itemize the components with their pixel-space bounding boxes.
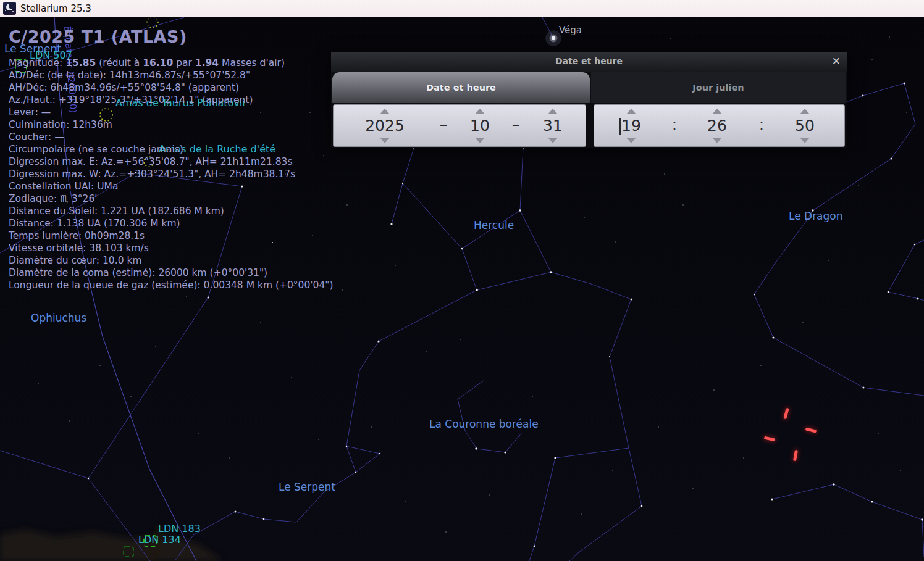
star[interactable]	[631, 299, 632, 301]
sky-label[interactable]: Amas de Taurus Poniatovii	[116, 97, 245, 109]
star[interactable]	[900, 470, 901, 471]
star[interactable]	[309, 112, 311, 113]
star[interactable]	[670, 38, 671, 39]
star[interactable]	[323, 155, 324, 156]
star[interactable]	[641, 505, 643, 507]
sky-label[interactable]: Ophiuchus	[31, 312, 86, 324]
dialog-header[interactable]: Date et heure ✕	[331, 52, 847, 72]
star[interactable]	[615, 241, 616, 243]
star[interactable]	[186, 296, 187, 297]
hour-down-arrow[interactable]	[626, 138, 636, 143]
star[interactable]	[658, 426, 659, 428]
star[interactable]	[504, 451, 506, 453]
month-up-arrow[interactable]	[475, 109, 485, 114]
star[interactable]	[263, 518, 265, 520]
star[interactable]	[346, 446, 348, 447]
star[interactable]	[402, 183, 403, 184]
star[interactable]	[872, 59, 873, 60]
star[interactable]	[135, 172, 137, 174]
sky-label[interactable]: LDN 183	[158, 523, 201, 534]
star[interactable]	[272, 242, 273, 243]
star[interactable]	[235, 511, 237, 513]
star[interactable]	[872, 501, 873, 503]
star[interactable]	[554, 457, 556, 459]
year-down-arrow[interactable]	[380, 138, 390, 143]
star[interactable]	[519, 209, 521, 212]
sky-label[interactable]: Hercule	[474, 219, 514, 231]
star[interactable]	[155, 346, 156, 347]
close-icon[interactable]: ✕	[832, 55, 841, 67]
star[interactable]	[772, 336, 774, 338]
day-down-arrow[interactable]	[548, 138, 558, 143]
star[interactable]	[550, 271, 552, 273]
second-up-arrow[interactable]	[800, 109, 810, 114]
star[interactable]	[889, 36, 890, 38]
star[interactable]	[612, 470, 613, 471]
month-down-arrow[interactable]	[475, 138, 485, 143]
star[interactable]	[130, 396, 132, 397]
hour-up-arrow[interactable]	[626, 109, 636, 114]
star[interactable]	[534, 546, 536, 547]
star[interactable]	[802, 322, 804, 323]
star[interactable]	[609, 356, 610, 357]
star[interactable]	[713, 389, 715, 391]
nebula-marker-icon[interactable]	[15, 60, 27, 72]
star[interactable]	[445, 531, 447, 533]
star[interactable]	[863, 387, 865, 389]
star[interactable]	[291, 377, 292, 378]
star[interactable]	[917, 297, 918, 299]
minute-down-arrow[interactable]	[712, 138, 722, 143]
day-value[interactable]: 31	[543, 117, 563, 135]
star[interactable]	[318, 439, 319, 440]
star[interactable]	[888, 291, 889, 293]
star[interactable]	[904, 83, 905, 85]
sky-label[interactable]: LDN 134	[138, 534, 181, 546]
star[interactable]	[346, 204, 348, 206]
star[interactable]	[771, 498, 773, 500]
star[interactable]	[760, 365, 762, 366]
star[interactable]	[581, 513, 582, 515]
month-value[interactable]: 10	[470, 117, 490, 135]
minute-value[interactable]: 26	[707, 117, 727, 135]
star[interactable]	[217, 75, 218, 76]
year-up-arrow[interactable]	[380, 109, 390, 114]
second-value[interactable]: 50	[795, 117, 815, 135]
star[interactable]	[371, 426, 372, 428]
sky-label[interactable]: La Couronne boréale	[429, 418, 539, 430]
star[interactable]	[229, 457, 230, 459]
star[interactable]	[828, 260, 830, 261]
second-down-arrow[interactable]	[800, 138, 810, 143]
cluster-marker-icon[interactable]	[100, 109, 112, 121]
star[interactable]	[260, 322, 261, 323]
star[interactable]	[285, 173, 286, 175]
sky-label[interactable]: Véga	[559, 25, 582, 36]
star[interactable]	[664, 173, 665, 175]
minute-up-arrow[interactable]	[712, 109, 722, 114]
star[interactable]	[198, 433, 200, 434]
star[interactable]	[584, 217, 585, 218]
hour-value[interactable]: 19	[621, 117, 641, 135]
star[interactable]	[682, 204, 684, 206]
star[interactable]	[355, 472, 357, 473]
sky-label[interactable]: LDN 507	[30, 49, 72, 61]
star[interactable]	[475, 447, 477, 449]
star[interactable]	[489, 494, 490, 496]
star[interactable]	[743, 457, 744, 459]
star[interactable]	[460, 339, 461, 340]
cluster-marker-icon[interactable]	[147, 17, 158, 28]
star[interactable]	[833, 483, 834, 485]
star[interactable]	[906, 112, 907, 113]
cluster-marker-icon[interactable]	[144, 157, 154, 167]
sky-label[interactable]: Amas de la Ruche d'été	[159, 143, 275, 155]
star[interactable]	[921, 518, 923, 520]
day-up-arrow[interactable]	[548, 109, 558, 114]
star[interactable]	[878, 433, 879, 434]
sky-label[interactable]: Le Serpent	[279, 481, 335, 493]
star[interactable]	[242, 186, 243, 188]
star[interactable]	[208, 297, 209, 299]
star[interactable]	[476, 289, 478, 291]
sky-label[interactable]: Le Dragon	[789, 210, 843, 222]
star[interactable]	[377, 340, 379, 342]
star[interactable]	[862, 95, 864, 97]
star[interactable]	[692, 488, 694, 489]
